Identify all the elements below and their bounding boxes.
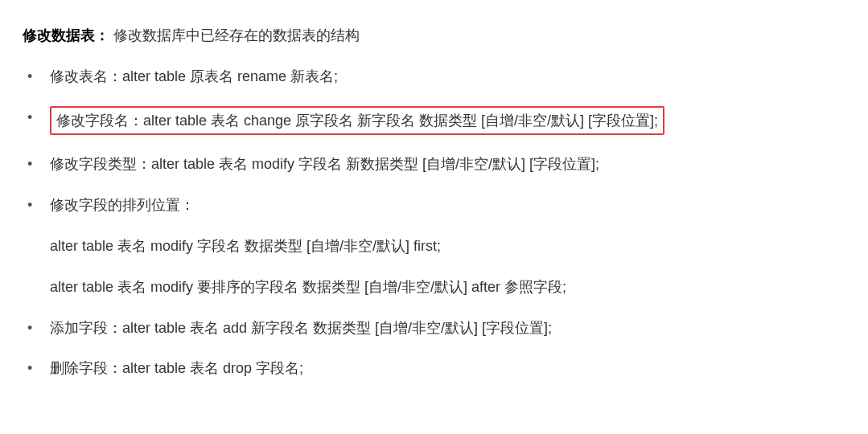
- bullet-list: 修改表名：alter table 原表名 rename 新表名; 修改字段名：a…: [23, 65, 845, 380]
- section-title: 修改数据表：: [23, 27, 109, 43]
- list-item: 删除字段：alter table 表名 drop 字段名;: [27, 357, 845, 380]
- section-description: 修改数据库中已经存在的数据表的结构: [113, 27, 360, 43]
- highlighted-text: 修改字段名：alter table 表名 change 原字段名 新字段名 数据…: [50, 106, 664, 136]
- list-text: 修改表名：alter table 原表名 rename 新表名;: [50, 68, 338, 84]
- list-text: 修改字段的排列位置：: [50, 197, 195, 213]
- list-subline: alter table 表名 modify 字段名 数据类型 [自增/非空/默认…: [50, 235, 845, 258]
- list-item: 添加字段：alter table 表名 add 新字段名 数据类型 [自增/非空…: [27, 317, 845, 340]
- list-text: 添加字段：alter table 表名 add 新字段名 数据类型 [自增/非空…: [50, 320, 552, 336]
- list-text: 删除字段：alter table 表名 drop 字段名;: [50, 360, 303, 376]
- list-item: 修改字段的排列位置： alter table 表名 modify 字段名 数据类…: [27, 194, 845, 298]
- list-item: 修改字段类型：alter table 表名 modify 字段名 新数据类型 […: [27, 153, 845, 176]
- list-item: 修改表名：alter table 原表名 rename 新表名;: [27, 65, 845, 88]
- list-subline: alter table 表名 modify 要排序的字段名 数据类型 [自增/非…: [50, 276, 845, 299]
- list-item: 修改字段名：alter table 表名 change 原字段名 新字段名 数据…: [27, 106, 845, 136]
- heading-line: 修改数据表： 修改数据库中已经存在的数据表的结构: [23, 24, 845, 47]
- list-text: 修改字段类型：alter table 表名 modify 字段名 新数据类型 […: [50, 156, 599, 172]
